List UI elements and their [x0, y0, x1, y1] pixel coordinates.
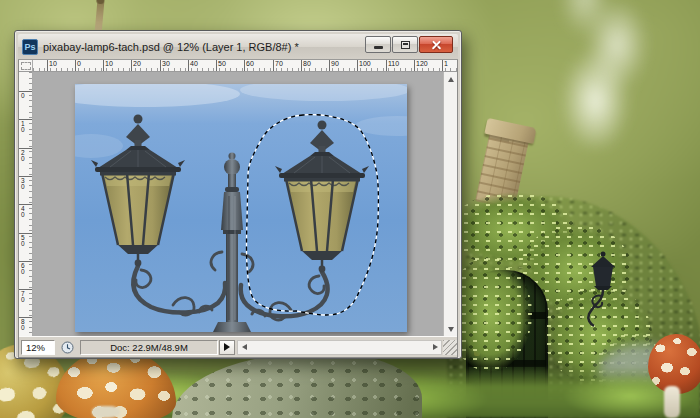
chimney-smoke [528, 0, 663, 147]
photoshop-document-window: Ps pixabay-lamp6-tach.psd @ 12% (Layer 1… [14, 30, 462, 359]
window-titlebar[interactable]: Ps pixabay-lamp6-tach.psd @ 12% (Layer 1… [18, 34, 458, 60]
close-button[interactable] [419, 36, 453, 53]
mushroom-stem [664, 386, 680, 418]
ruler-label: 20 [133, 60, 141, 68]
ruler-label: 10 [49, 60, 57, 68]
document-info: Doc: 22.9M/48.9M [80, 340, 218, 355]
status-clock-icon [61, 341, 74, 354]
ruler-label: 7 0 [21, 291, 25, 302]
lamp-photo [75, 84, 407, 332]
window-controls [365, 36, 453, 53]
arrow-up-icon [448, 77, 454, 82]
ruler-major-tick [414, 60, 415, 71]
ruler-major-tick [131, 60, 132, 71]
photoshop-app-icon: Ps [22, 39, 38, 55]
ruler-label: 3 0 [21, 178, 25, 189]
arrow-left-icon [242, 344, 247, 350]
zoom-level-field[interactable]: 12% [21, 340, 55, 355]
minimize-icon [374, 46, 383, 49]
ruler-label: 100 [359, 60, 371, 68]
horizontal-scrollbar[interactable] [237, 340, 442, 355]
vertical-scrollbar[interactable] [443, 72, 457, 336]
ruler-major-tick [442, 60, 443, 71]
ruler-label: 1 [444, 60, 448, 68]
ruler-label: 70 [275, 60, 283, 68]
resize-grip[interactable] [443, 340, 457, 355]
ruler-label: 2 0 [21, 150, 25, 161]
status-bar: 12% Doc: 22.9M/48.9M [19, 336, 457, 357]
ruler-label: 4 0 [21, 206, 25, 217]
ruler-origin-box[interactable] [19, 60, 33, 72]
ruler-major-tick [47, 60, 48, 71]
ruler-major-tick [160, 60, 161, 71]
arrow-right-icon [433, 344, 438, 350]
arrow-down-icon [448, 327, 454, 332]
ruler-major-tick [216, 60, 217, 71]
ruler-major-tick [329, 60, 330, 71]
photo-document[interactable] [75, 84, 407, 332]
ruler-label: 110 [388, 60, 399, 68]
ruler-label: 0 [77, 60, 81, 68]
scroll-down-button[interactable] [444, 323, 457, 335]
scroll-right-button[interactable] [429, 341, 441, 354]
mushroom-cap-red [648, 334, 700, 394]
ruler-label: 80 [303, 60, 311, 68]
ruler-label: 90 [331, 60, 339, 68]
left-ruler[interactable]: 01 02 03 04 05 06 07 08 0 [19, 72, 33, 336]
scroll-up-button[interactable] [444, 73, 457, 85]
canvas-area[interactable] [33, 72, 443, 336]
scroll-left-button[interactable] [238, 341, 250, 354]
ruler-label: 120 [416, 60, 428, 68]
ruler-label: 8 0 [21, 319, 25, 330]
status-menu-button[interactable] [219, 340, 235, 355]
ruler-major-tick [301, 60, 302, 71]
ruler-label: 10 [105, 60, 113, 68]
maximize-button[interactable] [392, 36, 418, 53]
close-icon [431, 39, 442, 50]
ruler-label: 5 0 [21, 235, 25, 246]
document-window-body: 1001020304050607080901001101201 01 02 03… [18, 60, 458, 358]
ruler-major-tick [188, 60, 189, 71]
ruler-major-tick [273, 60, 274, 71]
ruler-major-tick [244, 60, 245, 71]
ruler-label: 30 [162, 60, 170, 68]
ruler-major-tick [103, 60, 104, 71]
ruler-label: 60 [246, 60, 254, 68]
ruler-major-tick [386, 60, 387, 71]
ruler-label: 40 [190, 60, 198, 68]
ruler-major-tick [75, 60, 76, 71]
top-ruler[interactable]: 1001020304050607080901001101201 [33, 60, 457, 72]
maximize-icon [401, 41, 410, 49]
mushroom-stem [92, 406, 120, 418]
minimize-button[interactable] [365, 36, 391, 53]
arrow-right-icon [224, 343, 230, 351]
ruler-major-tick [357, 60, 358, 71]
ruler-label: 6 0 [21, 263, 25, 274]
ruler-label: 0 [21, 93, 25, 99]
miniature-street-lantern [578, 250, 622, 330]
ruler-label: 50 [218, 60, 226, 68]
ruler-label: 1 0 [21, 121, 25, 132]
